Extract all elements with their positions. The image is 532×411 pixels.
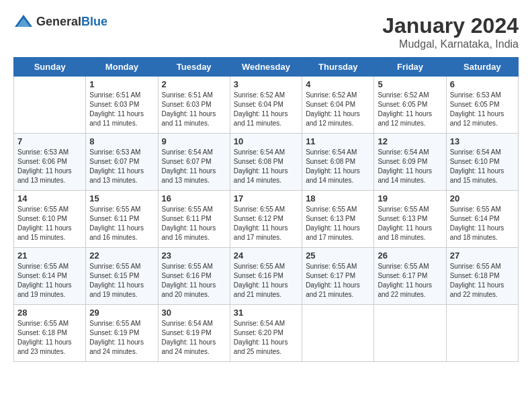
day-header-wednesday: Wednesday — [230, 58, 302, 77]
calendar-cell: 14Sunrise: 6:55 AM Sunset: 6:10 PM Dayli… — [14, 191, 86, 248]
day-info: Sunrise: 6:54 AM Sunset: 6:20 PM Dayligh… — [234, 319, 298, 357]
day-number: 7 — [17, 136, 82, 146]
week-row-3: 14Sunrise: 6:55 AM Sunset: 6:10 PM Dayli… — [14, 191, 519, 248]
day-info: Sunrise: 6:55 AM Sunset: 6:17 PM Dayligh… — [378, 262, 442, 300]
day-info: Sunrise: 6:53 AM Sunset: 6:06 PM Dayligh… — [17, 148, 82, 185]
calendar-cell: 12Sunrise: 6:54 AM Sunset: 6:09 PM Dayli… — [374, 134, 446, 191]
day-info: Sunrise: 6:55 AM Sunset: 6:18 PM Dayligh… — [17, 319, 82, 357]
title-area: January 2024 Mudgal, Karnataka, India — [382, 13, 519, 50]
day-info: Sunrise: 6:55 AM Sunset: 6:19 PM Dayligh… — [89, 319, 154, 357]
calendar-cell: 7Sunrise: 6:53 AM Sunset: 6:06 PM Daylig… — [14, 134, 86, 191]
calendar-cell: 8Sunrise: 6:53 AM Sunset: 6:07 PM Daylig… — [86, 134, 158, 191]
day-number: 5 — [378, 79, 442, 89]
calendar-cell: 27Sunrise: 6:55 AM Sunset: 6:18 PM Dayli… — [446, 248, 518, 305]
calendar-cell: 30Sunrise: 6:54 AM Sunset: 6:19 PM Dayli… — [158, 305, 230, 362]
calendar-cell: 15Sunrise: 6:55 AM Sunset: 6:11 PM Dayli… — [86, 191, 158, 248]
day-info: Sunrise: 6:55 AM Sunset: 6:15 PM Dayligh… — [89, 262, 154, 300]
day-info: Sunrise: 6:53 AM Sunset: 6:05 PM Dayligh… — [450, 91, 515, 128]
calendar-cell — [374, 305, 446, 362]
calendar-cell: 1Sunrise: 6:51 AM Sunset: 6:03 PM Daylig… — [86, 77, 158, 134]
day-info: Sunrise: 6:53 AM Sunset: 6:07 PM Dayligh… — [89, 148, 154, 185]
logo: GeneralBlue — [13, 13, 107, 30]
logo-blue-text: Blue — [81, 15, 107, 28]
calendar-cell: 10Sunrise: 6:54 AM Sunset: 6:08 PM Dayli… — [230, 134, 302, 191]
day-number: 3 — [234, 79, 298, 89]
calendar-body: 1Sunrise: 6:51 AM Sunset: 6:03 PM Daylig… — [14, 77, 519, 362]
day-info: Sunrise: 6:52 AM Sunset: 6:05 PM Dayligh… — [378, 91, 442, 128]
day-number: 22 — [89, 250, 154, 261]
calendar-cell: 22Sunrise: 6:55 AM Sunset: 6:15 PM Dayli… — [86, 248, 158, 305]
day-info: Sunrise: 6:55 AM Sunset: 6:17 PM Dayligh… — [306, 262, 370, 300]
day-info: Sunrise: 6:55 AM Sunset: 6:13 PM Dayligh… — [378, 205, 442, 242]
day-number: 31 — [234, 308, 298, 318]
day-number: 17 — [234, 193, 298, 203]
calendar-cell: 29Sunrise: 6:55 AM Sunset: 6:19 PM Dayli… — [86, 305, 158, 362]
day-number: 9 — [162, 136, 226, 146]
day-info: Sunrise: 6:54 AM Sunset: 6:09 PM Dayligh… — [378, 148, 442, 185]
page-header: GeneralBlue January 2024 Mudgal, Karnata… — [13, 13, 519, 50]
day-header-friday: Friday — [374, 58, 446, 77]
calendar-cell — [302, 305, 374, 362]
calendar-cell: 21Sunrise: 6:55 AM Sunset: 6:14 PM Dayli… — [14, 248, 86, 305]
calendar-cell: 28Sunrise: 6:55 AM Sunset: 6:18 PM Dayli… — [14, 305, 86, 362]
day-number: 14 — [17, 193, 82, 203]
day-info: Sunrise: 6:52 AM Sunset: 6:04 PM Dayligh… — [306, 91, 370, 128]
day-info: Sunrise: 6:55 AM Sunset: 6:10 PM Dayligh… — [17, 205, 82, 242]
calendar-cell: 6Sunrise: 6:53 AM Sunset: 6:05 PM Daylig… — [446, 77, 518, 134]
calendar-cell: 25Sunrise: 6:55 AM Sunset: 6:17 PM Dayli… — [302, 248, 374, 305]
day-number: 13 — [450, 136, 515, 146]
day-info: Sunrise: 6:55 AM Sunset: 6:14 PM Dayligh… — [450, 205, 515, 242]
day-number: 11 — [306, 136, 370, 146]
calendar-cell: 23Sunrise: 6:55 AM Sunset: 6:16 PM Dayli… — [158, 248, 230, 305]
logo-icon — [13, 13, 34, 30]
calendar-cell: 17Sunrise: 6:55 AM Sunset: 6:12 PM Dayli… — [230, 191, 302, 248]
day-header-thursday: Thursday — [302, 58, 374, 77]
logo-general-text: General — [36, 15, 81, 28]
day-number: 26 — [378, 250, 442, 261]
day-info: Sunrise: 6:51 AM Sunset: 6:03 PM Dayligh… — [162, 91, 226, 128]
day-number: 25 — [306, 250, 370, 261]
day-number: 21 — [17, 250, 82, 261]
day-number: 16 — [162, 193, 226, 203]
day-info: Sunrise: 6:55 AM Sunset: 6:14 PM Dayligh… — [17, 262, 82, 300]
week-row-1: 1Sunrise: 6:51 AM Sunset: 6:03 PM Daylig… — [14, 77, 519, 134]
day-info: Sunrise: 6:55 AM Sunset: 6:12 PM Dayligh… — [234, 205, 298, 242]
day-number: 15 — [89, 193, 154, 203]
day-number: 24 — [234, 250, 298, 261]
week-row-2: 7Sunrise: 6:53 AM Sunset: 6:06 PM Daylig… — [14, 134, 519, 191]
day-number: 18 — [306, 193, 370, 203]
day-number: 4 — [306, 79, 370, 89]
day-number: 12 — [378, 136, 442, 146]
day-number: 28 — [17, 308, 82, 318]
calendar-cell: 24Sunrise: 6:55 AM Sunset: 6:16 PM Dayli… — [230, 248, 302, 305]
day-info: Sunrise: 6:54 AM Sunset: 6:10 PM Dayligh… — [450, 148, 515, 185]
day-number: 6 — [450, 79, 515, 89]
day-number: 19 — [378, 193, 442, 203]
day-info: Sunrise: 6:55 AM Sunset: 6:16 PM Dayligh… — [234, 262, 298, 300]
calendar-cell: 5Sunrise: 6:52 AM Sunset: 6:05 PM Daylig… — [374, 77, 446, 134]
day-info: Sunrise: 6:52 AM Sunset: 6:04 PM Dayligh… — [234, 91, 298, 128]
day-info: Sunrise: 6:55 AM Sunset: 6:13 PM Dayligh… — [306, 205, 370, 242]
calendar-cell: 3Sunrise: 6:52 AM Sunset: 6:04 PM Daylig… — [230, 77, 302, 134]
calendar-cell: 11Sunrise: 6:54 AM Sunset: 6:08 PM Dayli… — [302, 134, 374, 191]
calendar-cell: 2Sunrise: 6:51 AM Sunset: 6:03 PM Daylig… — [158, 77, 230, 134]
calendar-cell: 31Sunrise: 6:54 AM Sunset: 6:20 PM Dayli… — [230, 305, 302, 362]
day-header-saturday: Saturday — [446, 58, 518, 77]
day-info: Sunrise: 6:51 AM Sunset: 6:03 PM Dayligh… — [89, 91, 154, 128]
day-number: 8 — [89, 136, 154, 146]
week-row-4: 21Sunrise: 6:55 AM Sunset: 6:14 PM Dayli… — [14, 248, 519, 305]
calendar-cell: 18Sunrise: 6:55 AM Sunset: 6:13 PM Dayli… — [302, 191, 374, 248]
calendar-table: SundayMondayTuesdayWednesdayThursdayFrid… — [13, 57, 519, 362]
month-title: January 2024 — [382, 13, 519, 38]
location-title: Mudgal, Karnataka, India — [382, 38, 519, 50]
day-info: Sunrise: 6:54 AM Sunset: 6:07 PM Dayligh… — [162, 148, 226, 185]
day-info: Sunrise: 6:55 AM Sunset: 6:11 PM Dayligh… — [89, 205, 154, 242]
calendar-cell: 20Sunrise: 6:55 AM Sunset: 6:14 PM Dayli… — [446, 191, 518, 248]
calendar-cell: 19Sunrise: 6:55 AM Sunset: 6:13 PM Dayli… — [374, 191, 446, 248]
day-number: 27 — [450, 250, 515, 261]
day-info: Sunrise: 6:54 AM Sunset: 6:08 PM Dayligh… — [234, 148, 298, 185]
day-info: Sunrise: 6:54 AM Sunset: 6:08 PM Dayligh… — [306, 148, 370, 185]
calendar-cell: 4Sunrise: 6:52 AM Sunset: 6:04 PM Daylig… — [302, 77, 374, 134]
day-number: 30 — [162, 308, 226, 318]
day-info: Sunrise: 6:55 AM Sunset: 6:16 PM Dayligh… — [162, 262, 226, 300]
